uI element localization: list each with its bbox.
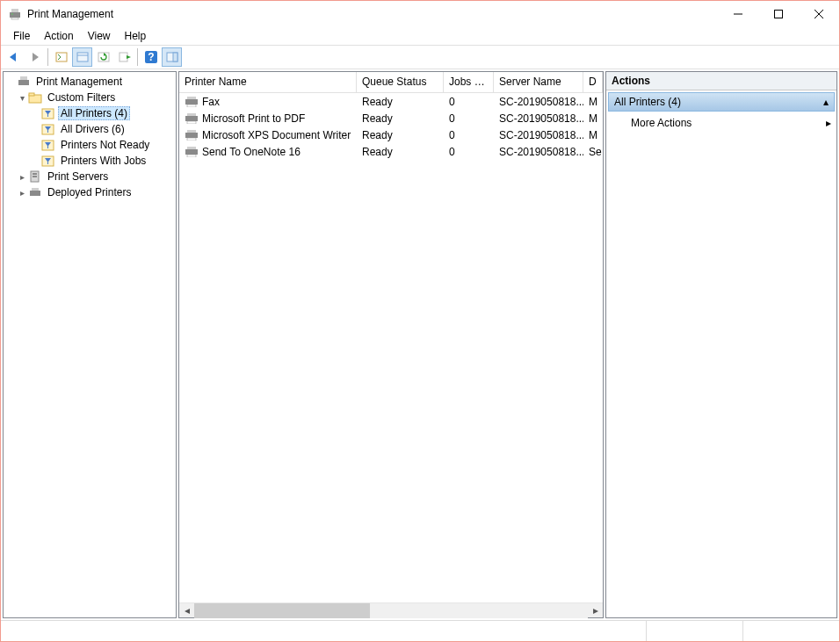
tree-custom-filters[interactable]: Custom Filters (4, 90, 176, 105)
svg-rect-5 (775, 11, 783, 18)
scroll-right-icon[interactable]: ▸ (588, 603, 603, 618)
cell-server-name: SC-2019050818... (494, 146, 583, 158)
svg-rect-15 (119, 53, 127, 61)
properties-button[interactable] (72, 47, 92, 67)
show-hide-console-tree-button[interactable] (51, 47, 71, 67)
col-jobs-in[interactable]: Jobs In … (444, 72, 494, 92)
expander-icon[interactable] (17, 172, 28, 182)
col-queue-status[interactable]: Queue Status (357, 72, 444, 92)
results-list: Printer Name Queue Status Jobs In … Serv… (178, 71, 604, 618)
svg-rect-43 (187, 121, 196, 124)
window-title: Print Management (27, 8, 718, 20)
filter-icon (41, 106, 55, 120)
col-printer-name[interactable]: Printer Name (179, 72, 357, 92)
svg-text:?: ? (148, 51, 154, 63)
cell-jobs: 0 (444, 129, 494, 141)
menu-view[interactable]: View (81, 29, 118, 43)
menu-action[interactable]: Action (37, 29, 80, 43)
cell-queue-status: Ready (357, 129, 444, 141)
tree-root-print-management[interactable]: Print Management (4, 74, 176, 90)
svg-rect-20 (173, 53, 177, 61)
list-row[interactable]: Microsoft XPS Document WriterReady0SC-20… (179, 126, 603, 143)
svg-marker-8 (10, 53, 16, 61)
scroll-track[interactable] (194, 603, 588, 618)
nav-forward-button[interactable] (25, 47, 45, 67)
cell-printer-name: Microsoft XPS Document Writer (179, 129, 357, 141)
cell-queue-status: Ready (357, 96, 444, 108)
scroll-thumb[interactable] (194, 603, 370, 618)
tree-all-drivers[interactable]: All Drivers (6) (4, 121, 176, 137)
svg-rect-39 (187, 97, 196, 99)
filter-icon (41, 122, 55, 136)
menu-file[interactable]: File (6, 29, 37, 43)
nav-back-button[interactable] (4, 47, 24, 67)
tree-deployed-printers[interactable]: Deployed Printers (4, 184, 176, 200)
actions-pane-title: Actions (606, 72, 836, 90)
expander-icon[interactable] (17, 188, 28, 198)
svg-rect-38 (185, 99, 198, 105)
svg-rect-44 (185, 133, 198, 138)
cell-jobs: 0 (444, 146, 494, 158)
svg-rect-42 (187, 113, 196, 116)
actions-pane: Actions All Printers (4) ▴ More Actions … (605, 71, 837, 618)
svg-rect-0 (10, 12, 20, 18)
minimize-button[interactable] (718, 1, 758, 27)
tree-printers-with-jobs[interactable]: Printers With Jobs (4, 153, 176, 169)
list-row[interactable]: FaxReady0SC-2019050818...M (179, 93, 603, 110)
cell-queue-status: Ready (357, 112, 444, 125)
svg-rect-2 (11, 18, 18, 19)
actions-more-actions[interactable]: More Actions ▸ (606, 113, 836, 133)
close-button[interactable] (799, 1, 839, 27)
refresh-button[interactable] (93, 47, 113, 67)
svg-rect-24 (29, 93, 34, 96)
tree-printers-not-ready[interactable]: Printers Not Ready (4, 137, 176, 153)
export-list-button[interactable] (114, 47, 134, 67)
app-icon (8, 7, 22, 21)
menu-help[interactable]: Help (118, 29, 154, 43)
titlebar: Print Management (1, 1, 839, 27)
printer-icon (185, 130, 199, 141)
menubar: File Action View Help (1, 27, 839, 45)
svg-rect-45 (187, 130, 196, 133)
horizontal-scrollbar[interactable]: ◂ ▸ (179, 602, 603, 617)
tree-all-printers[interactable]: All Printers (4) (4, 105, 176, 121)
cell-printer-name: Microsoft Print to PDF (179, 112, 357, 125)
console-tree[interactable]: Print Management Custom Filters All Prin… (3, 71, 177, 618)
show-hide-action-pane-button[interactable] (162, 47, 182, 67)
cell-driver: M (583, 96, 603, 108)
statusbar-cell (646, 621, 742, 641)
folder-icon (28, 90, 42, 105)
svg-rect-1 (11, 9, 18, 12)
printer-icon (185, 97, 199, 107)
svg-rect-21 (18, 80, 29, 85)
svg-marker-16 (127, 55, 131, 59)
col-server-name[interactable]: Server Name (494, 72, 583, 92)
expander-icon[interactable] (17, 93, 28, 103)
statusbar (1, 620, 839, 641)
svg-rect-40 (187, 105, 196, 107)
maximize-button[interactable] (758, 1, 799, 27)
list-row[interactable]: Send To OneNote 16Ready0SC-2019050818...… (179, 143, 603, 160)
cell-driver: M (583, 112, 603, 125)
toolbar-separator (47, 48, 48, 66)
actions-section-all-printers[interactable]: All Printers (4) ▴ (608, 92, 835, 112)
svg-rect-48 (187, 147, 196, 149)
help-button[interactable]: ? (141, 47, 161, 67)
server-icon (28, 170, 42, 184)
cell-printer-name: Fax (179, 96, 357, 108)
svg-rect-34 (33, 173, 37, 175)
tree-print-servers[interactable]: Print Servers (4, 169, 176, 184)
col-driver[interactable]: D (583, 72, 603, 92)
list-body[interactable]: FaxReady0SC-2019050818...MMicrosoft Prin… (179, 93, 603, 602)
svg-marker-9 (33, 53, 39, 61)
list-row[interactable]: Microsoft Print to PDFReady0SC-201905081… (179, 110, 603, 126)
cell-jobs: 0 (444, 96, 494, 108)
scroll-left-icon[interactable]: ◂ (179, 603, 194, 618)
svg-rect-35 (33, 176, 37, 177)
svg-rect-41 (185, 116, 198, 121)
cell-server-name: SC-2019050818... (494, 112, 583, 125)
svg-rect-10 (56, 53, 67, 61)
cell-server-name: SC-2019050818... (494, 129, 583, 141)
submenu-arrow-icon: ▸ (826, 117, 831, 129)
printer-icon (185, 113, 199, 124)
